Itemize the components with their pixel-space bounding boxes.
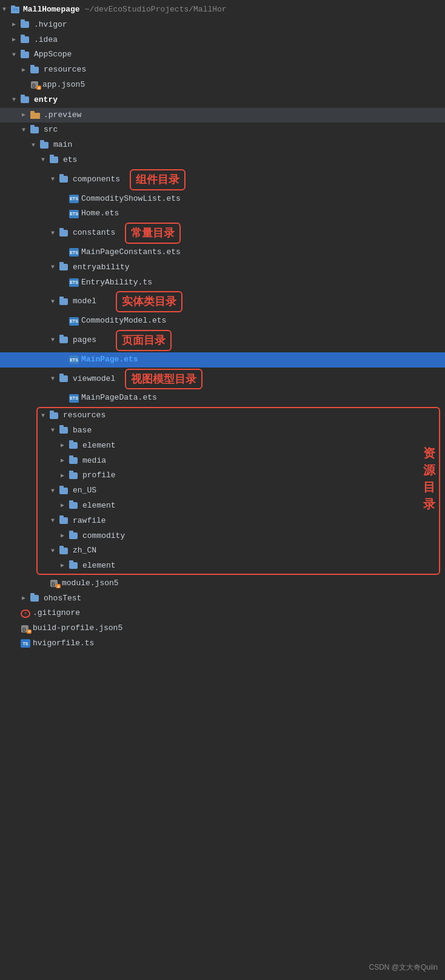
expand-arrow[interactable] (2, 5, 11, 15)
hvigorfile-ts-file[interactable]: TS hvigorfile.ts (0, 636, 445, 651)
profile-folder[interactable]: profile (0, 468, 445, 483)
pages-folder[interactable]: pages 页面目录 (0, 329, 445, 352)
folder-icon (59, 336, 70, 344)
entry-ability-file[interactable]: ETS EntryAbility.ts (0, 275, 445, 290)
preview-folder[interactable]: .preview (0, 108, 445, 123)
main-folder[interactable]: main (0, 138, 445, 153)
folder-icon (59, 487, 70, 495)
expand-arrow[interactable] (51, 374, 59, 384)
components-folder[interactable]: components 组件目录 (0, 168, 445, 192)
media-folder[interactable]: media (0, 454, 445, 469)
components-label: components (73, 173, 120, 186)
home-ets-file[interactable]: ETS Home.ets (0, 206, 445, 221)
expand-arrow[interactable] (51, 516, 59, 526)
en-us-folder[interactable]: en_US (0, 483, 445, 498)
element-folder[interactable]: element (0, 438, 445, 454)
zh-cn-folder[interactable]: zh_CN (0, 543, 445, 559)
model-folder[interactable]: model 实体类目录 (0, 290, 445, 314)
folder-label: src (44, 124, 58, 136)
pages-annotation: 页面目录 (116, 330, 172, 351)
resources-main-folder[interactable]: resources (0, 408, 445, 423)
file-label: MainPageConstants.ets (81, 246, 181, 259)
expand-arrow[interactable] (12, 50, 21, 60)
project-name: MallHomepage (23, 4, 80, 16)
app-json5-file[interactable]: {} ⚙ app.json5 (0, 78, 445, 93)
project-root[interactable]: MallHomepage ~/devEcoStudioProjects/Mall… (0, 2, 445, 18)
build-profile-file[interactable]: {} ⚙ build-profile.json5 (0, 621, 445, 636)
expand-arrow[interactable] (41, 155, 50, 165)
main-page-data-file[interactable]: ETS MainPageData.ets (0, 391, 445, 406)
folder-icon (21, 96, 32, 104)
expand-arrow[interactable] (51, 426, 59, 435)
constants-label: constants (73, 227, 115, 240)
expand-arrow[interactable] (32, 141, 40, 150)
appscope-resources-folder[interactable]: resources (0, 62, 445, 78)
expand-arrow[interactable] (22, 110, 30, 120)
base-folder[interactable]: base (0, 423, 445, 438)
expand-arrow[interactable] (61, 531, 69, 541)
ets-file-icon: ETS (69, 278, 79, 287)
expand-arrow[interactable] (12, 35, 21, 45)
expand-arrow[interactable] (22, 594, 30, 603)
file-label: EntryAbility.ts (81, 277, 152, 289)
viewmodel-folder[interactable]: viewmodel 视图模型目录 (0, 368, 445, 391)
folder-label: zh_CN (73, 545, 96, 557)
expand-arrow[interactable] (12, 95, 21, 105)
entryability-folder[interactable]: entryability (0, 260, 445, 275)
expand-arrow[interactable] (22, 65, 30, 75)
folder-icon (69, 472, 80, 480)
main-page-file[interactable]: ETS MainPage.ets (0, 352, 445, 368)
expand-arrow[interactable] (41, 411, 50, 421)
folder-svg (30, 111, 41, 119)
gitignore-file[interactable]: ⊘ .gitignore (0, 606, 445, 621)
expand-arrow[interactable] (51, 335, 59, 345)
folder-icon (21, 51, 32, 59)
constants-annotation: 常量目录 (125, 223, 181, 244)
expand-arrow[interactable] (61, 456, 69, 466)
project-path: ~/devEcoStudioProjects/MallHor (85, 4, 227, 16)
resources-label: resources (63, 409, 105, 422)
appscope-folder[interactable]: AppScope (0, 47, 445, 62)
json-icon: {} ⚙ (50, 579, 59, 588)
folder-icon (59, 298, 70, 306)
expand-arrow[interactable] (51, 546, 59, 556)
expand-arrow[interactable] (51, 297, 59, 307)
svg-rect-3 (16, 8, 18, 10)
commodity-model-file[interactable]: ETS CommodityModel.ets (0, 314, 445, 329)
commodity-show-list-file[interactable]: ETS CommodityShowList.ets (0, 192, 445, 207)
zh-cn-element-folder[interactable]: element (0, 559, 445, 574)
main-page-constants-file[interactable]: ETS MainPageConstants.ets (0, 245, 445, 260)
idea-folder[interactable]: .idea (0, 33, 445, 48)
ets-file-icon: ETS (69, 195, 79, 203)
folder-label: profile (82, 469, 116, 482)
expand-arrow[interactable] (51, 175, 59, 184)
expand-arrow[interactable] (61, 441, 69, 451)
file-label: CommodityShowList.ets (81, 193, 181, 206)
ets-folder[interactable]: ets (0, 153, 445, 168)
expand-arrow[interactable] (51, 486, 59, 496)
expand-arrow[interactable] (51, 263, 59, 272)
folder-icon (50, 156, 61, 164)
expand-arrow[interactable] (61, 471, 69, 481)
constants-folder[interactable]: constants 常量目录 (0, 221, 445, 245)
module-json5-file[interactable]: {} ⚙ module.json5 (0, 576, 445, 591)
entry-folder[interactable]: entry (0, 93, 445, 108)
expand-arrow[interactable] (51, 229, 59, 238)
folder-icon (69, 502, 80, 510)
expand-arrow[interactable] (12, 20, 21, 30)
expand-arrow[interactable] (61, 501, 69, 511)
folder-icon (30, 594, 41, 603)
en-us-element-folder[interactable]: element (0, 498, 445, 514)
src-folder[interactable]: src (0, 122, 445, 138)
folder-label: ohosTest (44, 592, 81, 605)
expand-arrow[interactable] (22, 126, 30, 135)
hvigor-folder[interactable]: .hvigor (0, 18, 445, 33)
expand-arrow[interactable] (61, 561, 69, 571)
ohos-test-folder[interactable]: ohosTest (0, 591, 445, 606)
watermark: CSDN @文大奇Quiin (369, 962, 438, 973)
commodity-folder[interactable]: commodity (0, 529, 445, 544)
svg-text:{}: {} (32, 83, 36, 88)
rawfile-folder[interactable]: rawfile (0, 514, 445, 529)
file-label: .gitignore (33, 607, 80, 620)
viewmodel-label: viewmodel (73, 373, 115, 386)
